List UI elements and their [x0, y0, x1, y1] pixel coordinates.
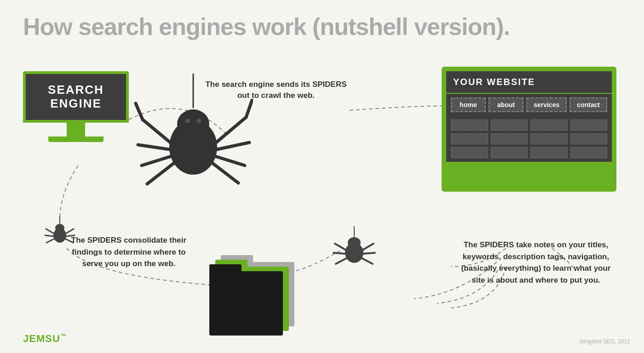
svg-line-32 [336, 258, 346, 264]
svg-line-7 [147, 163, 174, 184]
monitor-base [48, 137, 104, 142]
search-engine-monitor: SEARCH ENGINE [23, 71, 129, 142]
content-cell [530, 147, 568, 158]
svg-line-12 [136, 103, 143, 120]
annotation-bottom-right: The SPIDERS take notes on your titles, k… [455, 239, 616, 286]
svg-line-6 [142, 156, 171, 165]
nav-home[interactable]: home [451, 97, 486, 112]
svg-line-28 [335, 244, 346, 250]
svg-rect-39 [209, 271, 283, 336]
svg-point-2 [185, 119, 190, 123]
content-cell [530, 120, 568, 131]
annotation-top: The search engine sends its SPIDERS out … [202, 79, 350, 101]
svg-line-9 [217, 142, 249, 149]
content-cell [491, 133, 528, 144]
website-monitor: YOUR WEBSITE home about services contact [442, 67, 616, 192]
content-row-3 [451, 147, 607, 158]
svg-point-27 [348, 237, 361, 248]
nav-contact[interactable]: contact [569, 97, 607, 112]
svg-line-19 [46, 229, 54, 233]
attribution: Slingshot SEO, 2011 [579, 338, 630, 345]
nav-bar: home about services contact [446, 94, 612, 116]
svg-point-3 [196, 119, 201, 123]
svg-point-18 [55, 224, 64, 232]
spider-small-bottom [331, 225, 377, 271]
content-row-1 [451, 120, 607, 131]
website-title: YOUR WEBSITE [446, 71, 612, 94]
content-cell [451, 147, 488, 158]
svg-line-33 [362, 258, 373, 264]
svg-line-31 [363, 253, 375, 254]
website-monitor-base [494, 182, 564, 189]
nav-about[interactable]: about [489, 97, 523, 112]
content-cell [491, 120, 528, 131]
svg-rect-40 [209, 264, 242, 273]
search-engine-label: SEARCH ENGINE [33, 83, 119, 111]
content-cell [451, 120, 488, 131]
svg-line-5 [138, 145, 169, 149]
page-title: How search engines work (nutshell versio… [23, 13, 510, 40]
svg-line-11 [213, 163, 238, 183]
svg-line-29 [334, 253, 345, 254]
logo-tm: ™ [60, 332, 67, 340]
svg-line-13 [246, 100, 252, 117]
svg-line-10 [215, 156, 245, 165]
svg-line-20 [45, 235, 53, 236]
folders [207, 248, 308, 336]
svg-line-4 [143, 120, 170, 142]
svg-line-21 [66, 229, 74, 233]
svg-line-30 [362, 244, 374, 250]
website-monitor-stand [518, 166, 540, 182]
svg-line-8 [216, 117, 246, 142]
monitor-stand [67, 123, 85, 137]
content-rows [446, 116, 612, 162]
content-cell [530, 133, 568, 144]
annotation-bottom-left: The SPIDERS consolidate their findings t… [67, 234, 191, 270]
logo-text: JEMSU [23, 333, 60, 344]
content-row-2 [451, 133, 607, 144]
svg-point-1 [177, 109, 209, 139]
nav-services[interactable]: services [526, 97, 567, 112]
content-cell [491, 147, 528, 158]
logo: JEMSU™ [23, 332, 67, 345]
content-cell [570, 120, 608, 131]
svg-line-23 [46, 239, 54, 243]
content-cell [570, 147, 608, 158]
content-cell [570, 133, 608, 144]
content-cell [451, 133, 488, 144]
